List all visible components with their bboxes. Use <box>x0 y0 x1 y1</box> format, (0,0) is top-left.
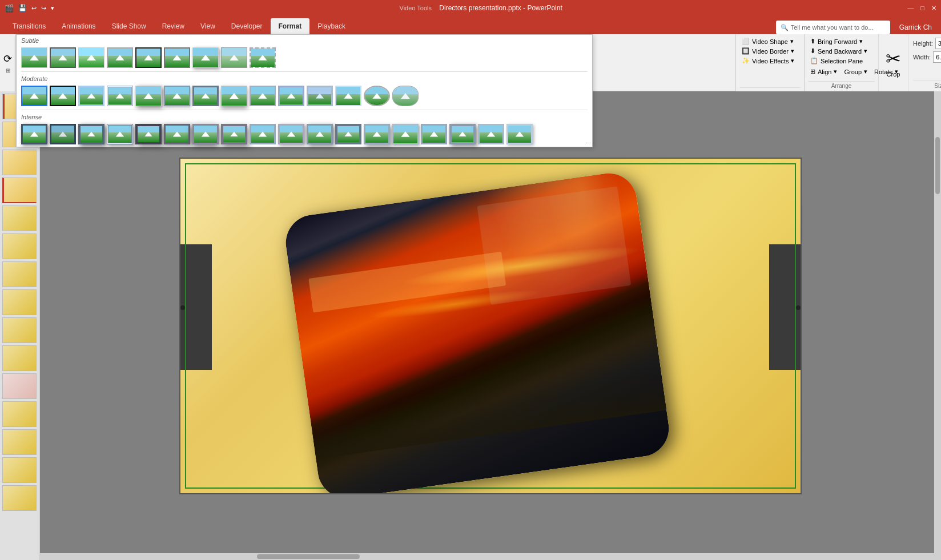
style-moderate-5[interactable] <box>135 86 162 106</box>
video-effects-btn[interactable]: ✨ Video Effects ▾ <box>739 56 801 66</box>
selection-pane-btn[interactable]: 📋 Selection Pane <box>808 56 875 66</box>
style-subtle-1[interactable] <box>21 47 47 68</box>
style-intense-10[interactable] <box>278 124 304 144</box>
tab-format[interactable]: Format <box>271 18 310 34</box>
quick-save[interactable]: 💾 <box>18 4 27 12</box>
width-label: Width: <box>913 54 931 61</box>
style-intense-18[interactable] <box>506 124 533 144</box>
style-subtle-8[interactable] <box>221 47 247 68</box>
style-intense-14[interactable] <box>392 124 419 144</box>
style-moderate-13[interactable] <box>364 86 390 106</box>
style-moderate-3[interactable] <box>78 86 104 106</box>
tell-me-search[interactable]: 🔍 Tell me what you want to do... <box>776 21 890 34</box>
slide-thumb-12[interactable] <box>2 401 37 427</box>
style-subtle-6[interactable] <box>164 47 190 68</box>
slide-thumb-6[interactable] <box>2 233 37 259</box>
tab-review[interactable]: Review <box>154 18 192 34</box>
quick-customize[interactable]: ▾ <box>51 5 54 12</box>
style-intense-12[interactable] <box>335 124 361 144</box>
width-input[interactable] <box>933 51 941 63</box>
style-intense-9[interactable] <box>250 124 276 144</box>
slide-thumb-15[interactable] <box>2 485 37 511</box>
title-bar-title: Video Tools Directors presentation.pptx … <box>400 4 562 12</box>
slide-thumb-14[interactable] <box>2 457 37 483</box>
style-intense-1[interactable] <box>21 124 47 144</box>
tab-developer[interactable]: Developer <box>223 18 271 34</box>
style-subtle-9[interactable] <box>250 47 276 68</box>
v-scrollbar-thumb[interactable] <box>935 137 940 194</box>
style-intense-6[interactable] <box>164 124 190 144</box>
slide-thumb-13[interactable] <box>2 429 37 455</box>
style-intense-11[interactable] <box>307 124 333 144</box>
slide-thumb-5[interactable] <box>2 206 37 231</box>
slide-thumb-7[interactable] <box>2 261 37 287</box>
style-moderate-8[interactable] <box>221 86 247 106</box>
style-intense-2[interactable] <box>50 124 76 144</box>
video-frame[interactable] <box>282 170 673 494</box>
bring-forward-btn[interactable]: ⬆ Bring Forward ▾ <box>808 37 875 46</box>
style-moderate-6[interactable] <box>164 86 190 106</box>
ribbon-design-btn[interactable]: ⊞ <box>6 67 10 74</box>
h-scrollbar-thumb[interactable] <box>257 554 360 559</box>
style-intense-17[interactable] <box>478 124 504 144</box>
video-shape-btn[interactable]: ⬜ Video Shape ▾ <box>739 37 801 46</box>
style-intense-15[interactable] <box>421 124 447 144</box>
style-moderate-10[interactable] <box>278 86 304 106</box>
send-backward-btn[interactable]: ⬇ Send Backward ▾ <box>808 46 875 56</box>
maximize-button[interactable]: □ <box>920 5 924 12</box>
vertical-scrollbar[interactable] <box>934 91 941 553</box>
style-intense-3[interactable] <box>78 124 104 144</box>
slide-thumb-8[interactable] <box>2 289 37 315</box>
ribbon-reset-btn[interactable]: ⟳ <box>3 53 12 65</box>
style-intense-8[interactable] <box>221 124 247 144</box>
style-subtle-7[interactable] <box>192 47 219 68</box>
horizontal-scrollbar[interactable] <box>40 553 941 560</box>
style-intense-5[interactable] <box>135 124 162 144</box>
style-intense-16[interactable] <box>449 124 476 144</box>
style-moderate-9[interactable] <box>250 86 276 106</box>
slide-thumb-3[interactable] <box>2 150 37 175</box>
style-moderate-11[interactable] <box>307 86 333 106</box>
slide-thumb-4[interactable] <box>2 178 37 203</box>
crop-button[interactable]: ✂ Crop <box>878 34 908 91</box>
video-effects-icon: ✨ <box>742 57 750 65</box>
canvas-area[interactable] <box>40 91 941 560</box>
style-subtle-2[interactable] <box>50 47 76 68</box>
quick-redo[interactable]: ↪ <box>41 5 46 12</box>
tab-view[interactable]: View <box>192 18 223 34</box>
slide-thumb-9[interactable] <box>2 317 37 343</box>
height-input[interactable] <box>935 38 941 49</box>
style-moderate-7[interactable] <box>192 86 219 106</box>
tab-playback[interactable]: Playback <box>309 18 353 34</box>
tab-transitions[interactable]: Transitions <box>5 18 54 34</box>
slide-thumb-10[interactable] <box>2 345 37 371</box>
panel-resize-handle[interactable]: ⋯ <box>585 140 591 146</box>
style-moderate-12[interactable] <box>335 86 361 106</box>
align-btn[interactable]: ⊞ Align ▾ <box>808 67 839 76</box>
quick-undo[interactable]: ↩ <box>31 5 37 12</box>
style-moderate-1[interactable] <box>21 86 47 106</box>
minimize-button[interactable]: — <box>907 5 914 12</box>
moderate-styles-row <box>17 83 592 108</box>
style-intense-13[interactable] <box>364 124 390 144</box>
send-backward-dropdown-icon: ▾ <box>864 47 867 55</box>
search-placeholder: Tell me what you want to do... <box>791 24 874 31</box>
selection-handle-left[interactable] <box>180 305 185 310</box>
style-moderate-2[interactable] <box>50 86 76 106</box>
group-btn[interactable]: Group ▾ <box>842 67 870 76</box>
video-border-btn[interactable]: 🔲 Video Border ▾ <box>739 46 801 56</box>
close-button[interactable]: ✕ <box>931 5 936 12</box>
slide-thumb-11[interactable] <box>2 373 37 399</box>
tab-animations[interactable]: Animations <box>54 18 103 34</box>
style-moderate-4[interactable] <box>107 86 133 106</box>
style-subtle-3[interactable] <box>78 47 104 68</box>
style-subtle-4[interactable] <box>107 47 133 68</box>
tab-slideshow[interactable]: Slide Show <box>104 18 154 34</box>
style-intense-4[interactable] <box>107 124 133 144</box>
user-name: Garrick Ch <box>899 23 932 31</box>
style-moderate-14[interactable] <box>392 86 419 106</box>
quick-access[interactable]: 🎬 <box>5 4 14 13</box>
selection-handle-right[interactable] <box>796 305 801 310</box>
style-subtle-5[interactable] <box>135 47 162 68</box>
style-intense-7[interactable] <box>192 124 219 144</box>
